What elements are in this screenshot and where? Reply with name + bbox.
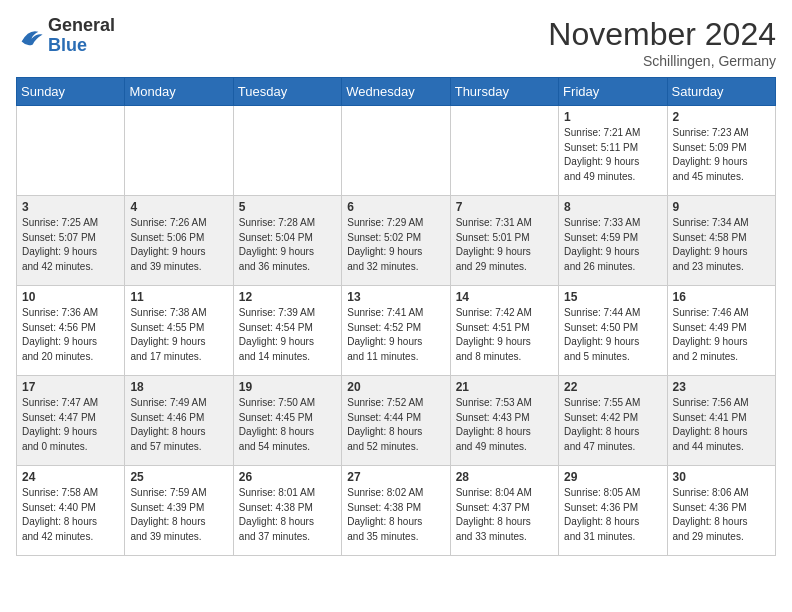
calendar-day-cell: 29Sunrise: 8:05 AM Sunset: 4:36 PM Dayli… — [559, 466, 667, 556]
day-number: 27 — [347, 470, 444, 484]
weekday-header: Saturday — [667, 78, 775, 106]
logo: General Blue — [16, 16, 115, 56]
day-number: 25 — [130, 470, 227, 484]
calendar-day-cell: 1Sunrise: 7:21 AM Sunset: 5:11 PM Daylig… — [559, 106, 667, 196]
day-info: Sunrise: 7:59 AM Sunset: 4:39 PM Dayligh… — [130, 486, 227, 544]
weekday-header: Monday — [125, 78, 233, 106]
day-number: 4 — [130, 200, 227, 214]
day-info: Sunrise: 7:21 AM Sunset: 5:11 PM Dayligh… — [564, 126, 661, 184]
weekday-header: Thursday — [450, 78, 558, 106]
day-info: Sunrise: 7:33 AM Sunset: 4:59 PM Dayligh… — [564, 216, 661, 274]
day-number: 7 — [456, 200, 553, 214]
calendar-day-cell: 4Sunrise: 7:26 AM Sunset: 5:06 PM Daylig… — [125, 196, 233, 286]
day-info: Sunrise: 7:41 AM Sunset: 4:52 PM Dayligh… — [347, 306, 444, 364]
calendar-day-cell: 24Sunrise: 7:58 AM Sunset: 4:40 PM Dayli… — [17, 466, 125, 556]
day-info: Sunrise: 7:23 AM Sunset: 5:09 PM Dayligh… — [673, 126, 770, 184]
calendar-day-cell: 9Sunrise: 7:34 AM Sunset: 4:58 PM Daylig… — [667, 196, 775, 286]
day-number: 2 — [673, 110, 770, 124]
day-number: 5 — [239, 200, 336, 214]
calendar-day-cell — [125, 106, 233, 196]
day-info: Sunrise: 7:53 AM Sunset: 4:43 PM Dayligh… — [456, 396, 553, 454]
day-info: Sunrise: 7:49 AM Sunset: 4:46 PM Dayligh… — [130, 396, 227, 454]
calendar-week-row: 3Sunrise: 7:25 AM Sunset: 5:07 PM Daylig… — [17, 196, 776, 286]
calendar-day-cell: 21Sunrise: 7:53 AM Sunset: 4:43 PM Dayli… — [450, 376, 558, 466]
day-number: 14 — [456, 290, 553, 304]
calendar-day-cell: 15Sunrise: 7:44 AM Sunset: 4:50 PM Dayli… — [559, 286, 667, 376]
calendar-day-cell: 11Sunrise: 7:38 AM Sunset: 4:55 PM Dayli… — [125, 286, 233, 376]
day-info: Sunrise: 7:34 AM Sunset: 4:58 PM Dayligh… — [673, 216, 770, 274]
calendar-day-cell — [17, 106, 125, 196]
day-number: 11 — [130, 290, 227, 304]
day-info: Sunrise: 8:06 AM Sunset: 4:36 PM Dayligh… — [673, 486, 770, 544]
calendar-week-row: 10Sunrise: 7:36 AM Sunset: 4:56 PM Dayli… — [17, 286, 776, 376]
calendar-day-cell: 13Sunrise: 7:41 AM Sunset: 4:52 PM Dayli… — [342, 286, 450, 376]
calendar-day-cell: 6Sunrise: 7:29 AM Sunset: 5:02 PM Daylig… — [342, 196, 450, 286]
logo-blue: Blue — [48, 35, 87, 55]
day-number: 30 — [673, 470, 770, 484]
calendar-day-cell: 27Sunrise: 8:02 AM Sunset: 4:38 PM Dayli… — [342, 466, 450, 556]
calendar-day-cell: 12Sunrise: 7:39 AM Sunset: 4:54 PM Dayli… — [233, 286, 341, 376]
page-header: General Blue November 2024 Schillingen, … — [16, 16, 776, 69]
day-number: 26 — [239, 470, 336, 484]
calendar-table: SundayMondayTuesdayWednesdayThursdayFrid… — [16, 77, 776, 556]
weekday-header: Tuesday — [233, 78, 341, 106]
calendar-day-cell: 18Sunrise: 7:49 AM Sunset: 4:46 PM Dayli… — [125, 376, 233, 466]
day-number: 23 — [673, 380, 770, 394]
calendar-header-row: SundayMondayTuesdayWednesdayThursdayFrid… — [17, 78, 776, 106]
day-number: 3 — [22, 200, 119, 214]
day-number: 10 — [22, 290, 119, 304]
calendar-day-cell: 2Sunrise: 7:23 AM Sunset: 5:09 PM Daylig… — [667, 106, 775, 196]
day-info: Sunrise: 7:28 AM Sunset: 5:04 PM Dayligh… — [239, 216, 336, 274]
calendar-day-cell: 14Sunrise: 7:42 AM Sunset: 4:51 PM Dayli… — [450, 286, 558, 376]
day-info: Sunrise: 7:52 AM Sunset: 4:44 PM Dayligh… — [347, 396, 444, 454]
logo-general: General — [48, 15, 115, 35]
calendar-day-cell: 19Sunrise: 7:50 AM Sunset: 4:45 PM Dayli… — [233, 376, 341, 466]
day-info: Sunrise: 7:25 AM Sunset: 5:07 PM Dayligh… — [22, 216, 119, 274]
day-number: 13 — [347, 290, 444, 304]
weekday-header: Wednesday — [342, 78, 450, 106]
day-info: Sunrise: 7:29 AM Sunset: 5:02 PM Dayligh… — [347, 216, 444, 274]
calendar-day-cell: 3Sunrise: 7:25 AM Sunset: 5:07 PM Daylig… — [17, 196, 125, 286]
day-number: 6 — [347, 200, 444, 214]
day-info: Sunrise: 7:38 AM Sunset: 4:55 PM Dayligh… — [130, 306, 227, 364]
calendar-week-row: 24Sunrise: 7:58 AM Sunset: 4:40 PM Dayli… — [17, 466, 776, 556]
day-number: 19 — [239, 380, 336, 394]
day-number: 24 — [22, 470, 119, 484]
calendar-day-cell: 17Sunrise: 7:47 AM Sunset: 4:47 PM Dayli… — [17, 376, 125, 466]
day-number: 16 — [673, 290, 770, 304]
day-info: Sunrise: 7:42 AM Sunset: 4:51 PM Dayligh… — [456, 306, 553, 364]
calendar-week-row: 17Sunrise: 7:47 AM Sunset: 4:47 PM Dayli… — [17, 376, 776, 466]
day-info: Sunrise: 8:05 AM Sunset: 4:36 PM Dayligh… — [564, 486, 661, 544]
calendar-day-cell: 26Sunrise: 8:01 AM Sunset: 4:38 PM Dayli… — [233, 466, 341, 556]
day-number: 18 — [130, 380, 227, 394]
logo-icon — [16, 22, 44, 50]
day-number: 17 — [22, 380, 119, 394]
calendar-day-cell: 25Sunrise: 7:59 AM Sunset: 4:39 PM Dayli… — [125, 466, 233, 556]
day-info: Sunrise: 7:26 AM Sunset: 5:06 PM Dayligh… — [130, 216, 227, 274]
calendar-day-cell: 8Sunrise: 7:33 AM Sunset: 4:59 PM Daylig… — [559, 196, 667, 286]
day-info: Sunrise: 7:36 AM Sunset: 4:56 PM Dayligh… — [22, 306, 119, 364]
day-number: 20 — [347, 380, 444, 394]
day-info: Sunrise: 8:04 AM Sunset: 4:37 PM Dayligh… — [456, 486, 553, 544]
weekday-header: Friday — [559, 78, 667, 106]
day-info: Sunrise: 7:31 AM Sunset: 5:01 PM Dayligh… — [456, 216, 553, 274]
day-number: 22 — [564, 380, 661, 394]
calendar-day-cell: 28Sunrise: 8:04 AM Sunset: 4:37 PM Dayli… — [450, 466, 558, 556]
calendar-week-row: 1Sunrise: 7:21 AM Sunset: 5:11 PM Daylig… — [17, 106, 776, 196]
calendar-day-cell: 30Sunrise: 8:06 AM Sunset: 4:36 PM Dayli… — [667, 466, 775, 556]
calendar-day-cell: 20Sunrise: 7:52 AM Sunset: 4:44 PM Dayli… — [342, 376, 450, 466]
day-info: Sunrise: 7:50 AM Sunset: 4:45 PM Dayligh… — [239, 396, 336, 454]
day-info: Sunrise: 7:39 AM Sunset: 4:54 PM Dayligh… — [239, 306, 336, 364]
calendar-day-cell: 5Sunrise: 7:28 AM Sunset: 5:04 PM Daylig… — [233, 196, 341, 286]
title-block: November 2024 Schillingen, Germany — [548, 16, 776, 69]
day-info: Sunrise: 7:44 AM Sunset: 4:50 PM Dayligh… — [564, 306, 661, 364]
calendar-day-cell: 10Sunrise: 7:36 AM Sunset: 4:56 PM Dayli… — [17, 286, 125, 376]
calendar-day-cell — [450, 106, 558, 196]
day-info: Sunrise: 7:55 AM Sunset: 4:42 PM Dayligh… — [564, 396, 661, 454]
day-number: 1 — [564, 110, 661, 124]
day-number: 29 — [564, 470, 661, 484]
month-title: November 2024 — [548, 16, 776, 53]
day-info: Sunrise: 7:47 AM Sunset: 4:47 PM Dayligh… — [22, 396, 119, 454]
location-subtitle: Schillingen, Germany — [548, 53, 776, 69]
day-info: Sunrise: 7:46 AM Sunset: 4:49 PM Dayligh… — [673, 306, 770, 364]
